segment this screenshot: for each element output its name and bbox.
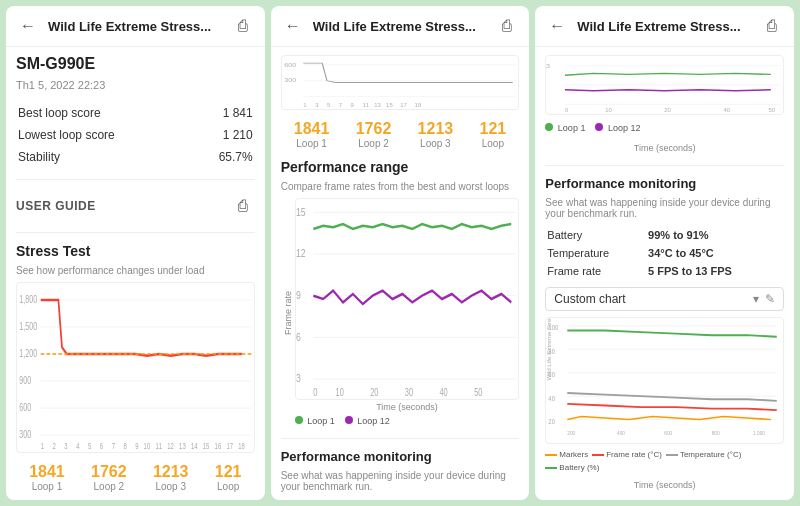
svg-text:13: 13 xyxy=(179,441,186,451)
svg-text:5: 5 xyxy=(327,103,330,108)
score-item-4: 121 Loop xyxy=(215,463,242,492)
metric-stability: Stability 65.7% xyxy=(18,147,253,167)
svg-text:1,500: 1,500 xyxy=(19,321,37,333)
svg-text:200: 200 xyxy=(568,430,576,437)
svg-text:16: 16 xyxy=(215,441,222,451)
loop-legend: Loop 1 Loop 12 xyxy=(295,414,520,428)
svg-text:0: 0 xyxy=(565,108,568,113)
p3-x-label: Time (seconds) xyxy=(545,141,784,155)
score-row-2: 1841 Loop 1 1762 Loop 2 1213 Loop 3 121 … xyxy=(281,116,520,153)
p3-loop-legend: Loop 1 Loop 12 xyxy=(545,121,784,135)
score-loop-1: Loop 1 xyxy=(29,481,65,492)
svg-text:15: 15 xyxy=(203,441,210,451)
p3-metric-value: 34°C to 45°C xyxy=(648,245,782,261)
stress-test-title: Stress Test xyxy=(16,243,255,259)
svg-text:17: 17 xyxy=(226,441,233,451)
p3-metric-label: Battery xyxy=(547,227,646,243)
svg-text:6: 6 xyxy=(296,330,301,342)
metrics-table: Best loop score 1 841 Lowest loop score … xyxy=(16,101,255,169)
svg-text:20: 20 xyxy=(665,108,672,113)
perf-range-svg: 15 12 9 6 3 xyxy=(295,198,520,400)
svg-text:7: 7 xyxy=(338,103,341,108)
svg-text:17: 17 xyxy=(400,103,407,108)
back-icon-3[interactable]: ← xyxy=(545,14,569,38)
share-icon-2[interactable]: ⎙ xyxy=(495,14,519,38)
p3-perf-mon-title: Performance monitoring xyxy=(545,176,784,191)
score-val-2: 1762 xyxy=(91,463,127,481)
svg-text:1.000: 1.000 xyxy=(753,430,765,437)
svg-text:15: 15 xyxy=(386,103,393,108)
score-val-4: 121 xyxy=(215,463,242,481)
svg-text:9: 9 xyxy=(135,441,138,451)
panel-2-title: Wild Life Extreme Stress... xyxy=(313,19,488,34)
svg-text:1: 1 xyxy=(41,441,44,451)
legend-loop12: Loop 12 xyxy=(345,416,390,426)
svg-text:1: 1 xyxy=(303,103,306,108)
p2-perf-mon-sub: See what was happening inside your devic… xyxy=(281,470,520,492)
svg-text:1,800: 1,800 xyxy=(19,294,37,306)
svg-text:400: 400 xyxy=(617,430,625,437)
perf-metrics-table: Battery 99% to 91% Temperature 34°C to 4… xyxy=(545,225,784,281)
legend-loop1: Loop 1 xyxy=(295,416,335,426)
device-name: SM-G990E xyxy=(16,55,255,73)
panel-1-title: Wild Life Extreme Stress... xyxy=(48,19,223,34)
back-icon-1[interactable]: ← xyxy=(16,14,40,38)
share-icon-3[interactable]: ⎙ xyxy=(760,14,784,38)
p3-metric-fps: Frame rate 5 FPS to 13 FPS xyxy=(547,263,782,279)
svg-text:3: 3 xyxy=(315,103,318,108)
svg-text:10: 10 xyxy=(606,108,613,113)
score-val-1: 1841 xyxy=(29,463,65,481)
metric-best-loop: Best loop score 1 841 xyxy=(18,103,253,123)
svg-text:15: 15 xyxy=(296,205,306,217)
svg-text:3: 3 xyxy=(546,62,550,68)
custom-chart-selector[interactable]: Custom chart ▾ ✎ xyxy=(545,287,784,311)
perf-range-sub: Compare frame rates from the best and wo… xyxy=(281,181,520,192)
svg-text:600: 600 xyxy=(19,402,31,414)
panel-2-header: ← Wild Life Extreme Stress... ⎙ xyxy=(271,6,530,47)
score-val-3: 1213 xyxy=(153,463,189,481)
score-item-2: 1762 Loop 2 xyxy=(91,463,127,492)
share-icon-1[interactable]: ⎙ xyxy=(231,14,255,38)
edit-icon[interactable]: ✎ xyxy=(765,292,775,306)
metric-lowest-loop: Lowest loop score 1 210 xyxy=(18,125,253,145)
svg-text:3: 3 xyxy=(64,441,67,451)
metric-value: 1 841 xyxy=(192,103,253,123)
svg-text:13: 13 xyxy=(374,103,381,108)
p2-score-4: 121 Loop xyxy=(479,120,506,149)
back-icon-2[interactable]: ← xyxy=(281,14,305,38)
svg-text:19: 19 xyxy=(414,103,421,108)
score-loop-3: Loop 3 xyxy=(153,481,189,492)
score-item-3: 1213 Loop 3 xyxy=(153,463,189,492)
p3-metric-temp: Temperature 34°C to 45°C xyxy=(547,245,782,261)
panel-3: ← Wild Life Extreme Stress... ⎙ 3 0 10 2… xyxy=(535,6,794,500)
svg-text:3: 3 xyxy=(296,372,301,384)
metric-value: 65.7% xyxy=(192,147,253,167)
panel-2: ← Wild Life Extreme Stress... ⎙ 600 300 … xyxy=(271,6,530,500)
p2-score-2: 1762 Loop 2 xyxy=(356,120,392,149)
svg-text:40: 40 xyxy=(439,387,447,398)
svg-text:50: 50 xyxy=(769,108,776,113)
svg-text:18: 18 xyxy=(238,441,245,451)
p2-score-1: 1841 Loop 1 xyxy=(294,120,330,149)
mini-x-label: Time (seconds) xyxy=(545,478,784,492)
svg-text:600: 600 xyxy=(665,430,673,437)
p3-legend-loop12: Loop 12 xyxy=(595,123,640,133)
svg-text:1,200: 1,200 xyxy=(19,348,37,360)
metric-value: 1 210 xyxy=(192,125,253,145)
panel-1: ← Wild Life Extreme Stress... ⎙ SM-G990E… xyxy=(6,6,265,500)
svg-text:10: 10 xyxy=(144,441,151,451)
svg-text:7: 7 xyxy=(112,441,115,451)
p2-score-3: 1213 Loop 3 xyxy=(418,120,454,149)
svg-text:20: 20 xyxy=(370,387,378,398)
svg-text:600: 600 xyxy=(284,62,296,68)
share-icon-guide[interactable]: ⎙ xyxy=(231,194,255,218)
p2-perf-mon-title: Performance monitoring xyxy=(281,449,520,464)
custom-chart-label: Custom chart xyxy=(554,292,747,306)
svg-text:9: 9 xyxy=(350,103,353,108)
svg-text:40: 40 xyxy=(549,394,556,402)
svg-text:4: 4 xyxy=(76,441,79,451)
user-guide-row[interactable]: USER GUIDE ⎙ xyxy=(16,190,255,222)
dropdown-arrow-icon[interactable]: ▾ xyxy=(753,292,759,306)
svg-text:30: 30 xyxy=(405,387,413,398)
svg-text:0: 0 xyxy=(313,387,317,398)
